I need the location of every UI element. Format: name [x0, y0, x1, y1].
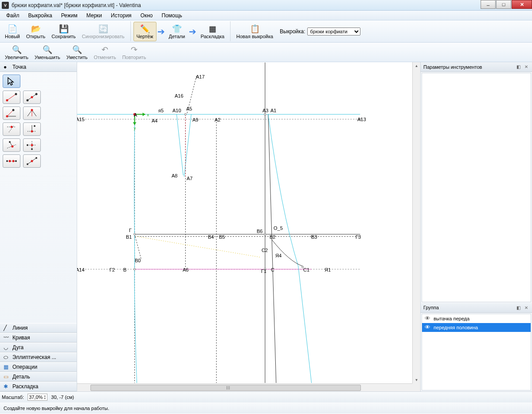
tool-point-intersection[interactable]	[3, 122, 20, 136]
menu-pattern[interactable]: Выкройка	[24, 12, 57, 20]
tool-point-bisector[interactable]	[23, 106, 41, 120]
close-button[interactable]	[512, 0, 532, 9]
svg-line-51	[176, 114, 183, 176]
label-A10: A10	[172, 108, 181, 113]
dock-close-icon[interactable]: ✕	[523, 64, 529, 70]
minimize-button[interactable]	[481, 0, 496, 9]
undo-icon: ↶	[100, 45, 110, 55]
label-A5: A5	[186, 106, 192, 111]
maximize-button[interactable]	[496, 0, 511, 9]
svg-point-38	[35, 157, 37, 159]
menu-window[interactable]: Окно	[136, 12, 157, 20]
drawing-canvas[interactable]: x y A17 A16 я5 A10 A5 A3 A	[77, 62, 412, 383]
label-A2: A2	[215, 117, 220, 122]
dock-float-icon[interactable]: ◧	[515, 64, 521, 70]
tool-point-perpendicular[interactable]	[23, 122, 41, 136]
category-operations[interactable]: ▦Операции	[0, 362, 77, 372]
category-line[interactable]: ╱Линия	[0, 323, 77, 333]
label-B6: B6	[257, 229, 262, 234]
details-button[interactable]: 👕 Детали	[166, 22, 188, 41]
new-button[interactable]: 📄 Новый	[2, 22, 23, 41]
svg-point-5	[35, 93, 38, 95]
group-item-label: вытачка переда	[434, 316, 469, 321]
window-title: брюки корфиати.val* [брюки корфиати.vit]…	[12, 2, 530, 8]
zoom-fit-button[interactable]: 🔍 Уместить	[63, 43, 91, 62]
group-body: 👁 вытачка переда 👁 передняя половина	[422, 314, 531, 391]
svg-point-32	[6, 160, 8, 162]
zoom-out-button[interactable]: 🔍 Уменьшить	[31, 43, 63, 62]
menu-measurements[interactable]: Мерки	[82, 12, 106, 20]
vertical-scrollbar[interactable]: ▲▼	[412, 62, 420, 383]
svg-point-21	[34, 125, 35, 127]
layout-button[interactable]: ▦ Раскладка	[197, 22, 227, 41]
tool-point-line[interactable]	[3, 91, 20, 104]
svg-line-0	[7, 94, 16, 100]
menu-mode[interactable]: Режим	[57, 12, 82, 20]
category-point[interactable]: ●Точка	[0, 62, 77, 72]
dock-float-icon[interactable]: ◧	[515, 304, 521, 311]
tool-point-height[interactable]	[3, 138, 20, 152]
tool-pointer[interactable]	[3, 75, 20, 88]
svg-text:y: y	[134, 126, 136, 130]
main-toolbar: 📄 Новый 📂 Открыть 💾 Сохранить 🔄 Синхрони…	[0, 20, 532, 43]
svg-point-28	[31, 144, 33, 146]
tool-point-along-line[interactable]	[3, 154, 20, 168]
zoom-in-button[interactable]: 🔍 Увеличить	[2, 43, 31, 62]
svg-marker-60	[133, 122, 137, 125]
dock-close-icon[interactable]: ✕	[523, 304, 529, 311]
label-B: B	[123, 267, 126, 272]
eye-icon[interactable]: 👁	[424, 324, 431, 331]
svg-point-64	[184, 114, 186, 115]
svg-line-56	[137, 237, 261, 257]
svg-point-37	[27, 163, 28, 165]
svg-marker-58	[143, 113, 145, 116]
tool-point-midpoint[interactable]	[23, 91, 41, 104]
menu-help[interactable]: Помощь	[157, 12, 187, 20]
undo-button[interactable]: ↶ Отменить	[90, 43, 119, 62]
sync-button[interactable]: 🔄 Синхронизировать	[79, 22, 128, 41]
zoom-fit-icon: 🔍	[72, 45, 82, 55]
ellipse-icon: ⬭	[4, 354, 10, 360]
svg-point-9	[6, 115, 8, 118]
tool-point-intersection2[interactable]	[23, 138, 41, 152]
category-elliptical[interactable]: ⬭Эллиптическая ...	[0, 352, 77, 362]
label-C1: С1	[303, 267, 309, 272]
layout2-icon: ✱	[4, 383, 10, 390]
eye-icon[interactable]: 👁	[424, 315, 431, 322]
label-G: Г	[129, 228, 132, 233]
pattern-dropdown[interactable]: брюки корфиати	[307, 28, 360, 35]
label-G3: Г3	[356, 234, 361, 240]
new-pattern-button[interactable]: 📋 Новая выкройка	[233, 22, 276, 41]
category-layout[interactable]: ✱Раскладка	[0, 382, 77, 391]
menu-file[interactable]: Файл	[2, 12, 24, 20]
label-A15: A15	[77, 117, 85, 122]
redo-button[interactable]: ↷ Повторить	[119, 43, 149, 62]
svg-point-39	[31, 160, 33, 162]
group-item-0[interactable]: 👁 вытачка переда	[422, 314, 531, 323]
svg-line-52	[184, 114, 191, 177]
save-button[interactable]: 💾 Сохранить	[48, 22, 79, 41]
label-G2: Г2	[110, 267, 115, 272]
params-dock-title: Параметры инструментов ◧ ✕	[421, 62, 532, 72]
label-A16: A16	[175, 93, 184, 99]
layout-icon: ▦	[207, 24, 217, 34]
menubar: Файл Выкройка Режим Мерки История Окно П…	[0, 11, 532, 20]
tool-point-triangle[interactable]	[23, 154, 41, 168]
group-item-1[interactable]: 👁 передняя половина	[422, 323, 531, 332]
category-curve[interactable]: 〰Кривая	[0, 333, 77, 343]
group-dock-title: Группа ◧ ✕	[421, 303, 532, 313]
category-arc[interactable]: ◡Дуга	[0, 343, 77, 352]
tool-point-angle[interactable]	[3, 106, 20, 120]
new-pattern-icon: 📋	[250, 24, 260, 34]
open-button[interactable]: 📂 Открыть	[23, 22, 48, 41]
left-toolbox: ●Точка ╱Линия 〰Кривая ◡Дуга ⬭Эллиптическ…	[0, 62, 77, 391]
svg-point-68	[264, 233, 266, 235]
scale-spinner[interactable]: 37,0% ▲▼	[27, 394, 47, 401]
category-detail[interactable]: ▭Деталь	[0, 372, 77, 382]
svg-line-8	[7, 110, 13, 116]
draft-button[interactable]: ✏️ Чертёж	[133, 22, 156, 41]
point-tools-grid	[0, 72, 77, 170]
operations-icon: ▦	[4, 364, 10, 370]
menu-history[interactable]: История	[106, 12, 136, 20]
horizontal-scrollbar[interactable]	[77, 383, 412, 391]
